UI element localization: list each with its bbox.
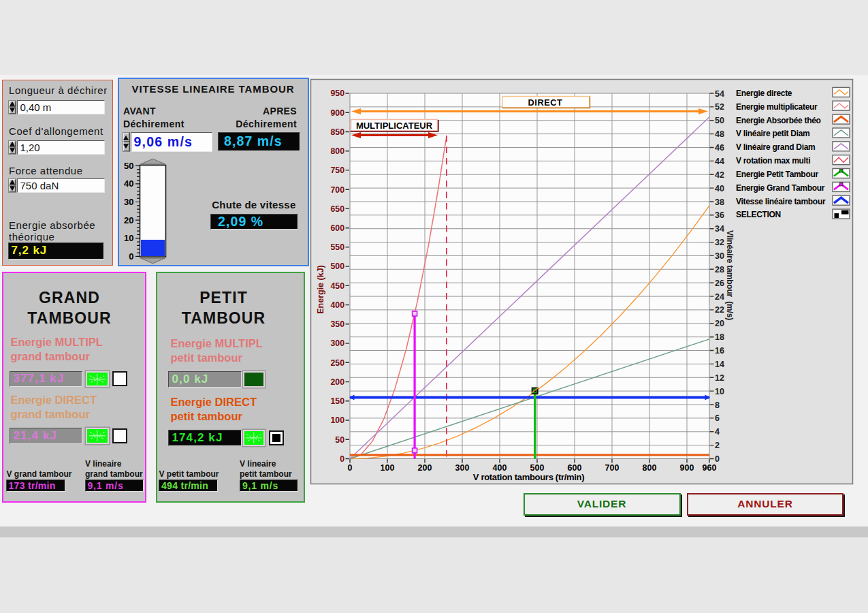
svg-text:V rotation max multi: V rotation max multi [736,156,810,166]
svg-text:42: 42 [715,170,724,180]
svg-text:150: 150 [330,396,344,406]
svg-text:34: 34 [715,224,724,234]
svg-text:200: 200 [418,463,432,473]
svg-text:100: 100 [381,463,395,473]
svg-text:200: 200 [330,377,344,387]
svg-text:10: 10 [715,387,724,396]
svg-text:12: 12 [715,373,724,383]
svg-text:50: 50 [715,116,724,125]
svg-text:750: 750 [330,166,344,175]
svg-text:600: 600 [568,463,582,473]
svg-text:Vitesse linéaire tambour: Vitesse linéaire tambour [736,197,826,206]
svg-text:0: 0 [340,454,344,464]
svg-text:26: 26 [715,279,724,288]
svg-text:100: 100 [330,415,344,425]
svg-text:46: 46 [715,143,724,153]
svg-text:V linéaire grand Diam: V linéaire grand Diam [736,142,815,152]
svg-text:950: 950 [330,89,344,98]
svg-text:650: 650 [330,204,344,214]
svg-text:V rotation tambours (tr/min): V rotation tambours (tr/min) [473,472,585,482]
svg-text:0: 0 [348,463,353,473]
svg-text:350: 350 [330,319,344,329]
svg-text:300: 300 [455,463,470,473]
svg-text:52: 52 [715,102,724,112]
svg-text:24: 24 [715,292,724,302]
svg-text:900: 900 [330,108,344,118]
svg-text:6: 6 [715,413,720,423]
svg-text:4: 4 [715,427,720,437]
svg-text:700: 700 [605,463,620,473]
svg-text:800: 800 [643,463,657,473]
svg-text:22: 22 [715,305,724,315]
svg-text:48: 48 [715,129,724,139]
svg-text:960: 960 [703,463,717,473]
svg-text:400: 400 [493,463,507,473]
svg-text:18: 18 [715,332,724,342]
svg-text:MULTIPLICATEUR: MULTIPLICATEUR [356,121,433,131]
svg-text:700: 700 [330,185,344,195]
svg-text:Energie Absorbée théo: Energie Absorbée théo [736,116,821,125]
svg-text:SELECTION: SELECTION [736,210,781,219]
svg-text:Energie (kJ): Energie (kJ) [316,265,325,314]
svg-text:400: 400 [330,300,344,310]
svg-text:Energie directe: Energie directe [736,89,792,98]
svg-text:38: 38 [715,198,724,207]
svg-text:V linéaire petit Diam: V linéaire petit Diam [736,129,809,138]
svg-text:32: 32 [715,238,724,247]
svg-text:450: 450 [330,281,344,291]
svg-text:550: 550 [330,242,344,252]
svg-text:800: 800 [330,146,344,156]
svg-text:DIRECT: DIRECT [528,97,563,108]
svg-text:44: 44 [715,157,724,166]
svg-text:Energie Petit Tambour: Energie Petit Tambour [736,170,818,179]
svg-text:8: 8 [715,400,720,410]
svg-text:850: 850 [330,127,344,137]
svg-text:30: 30 [715,251,724,261]
svg-text:16: 16 [715,346,724,356]
svg-text:20: 20 [715,319,724,328]
svg-text:50: 50 [335,435,344,445]
svg-text:14: 14 [715,360,724,369]
svg-text:54: 54 [715,89,724,99]
svg-text:Energie Grand Tambour: Energie Grand Tambour [736,183,825,193]
svg-text:250: 250 [330,358,344,368]
svg-text:Vlinéaire tambour (m/s): Vlinéaire tambour (m/s) [725,230,735,320]
svg-text:900: 900 [680,463,694,473]
svg-text:40: 40 [715,184,724,193]
svg-text:36: 36 [715,210,724,220]
svg-text:28: 28 [715,265,724,274]
svg-text:500: 500 [330,262,344,271]
svg-text:Energie multiplicateur: Energie multiplicateur [736,102,818,112]
svg-text:600: 600 [330,223,344,233]
svg-text:500: 500 [530,463,545,473]
svg-text:300: 300 [330,339,344,348]
svg-text:2: 2 [715,441,720,450]
